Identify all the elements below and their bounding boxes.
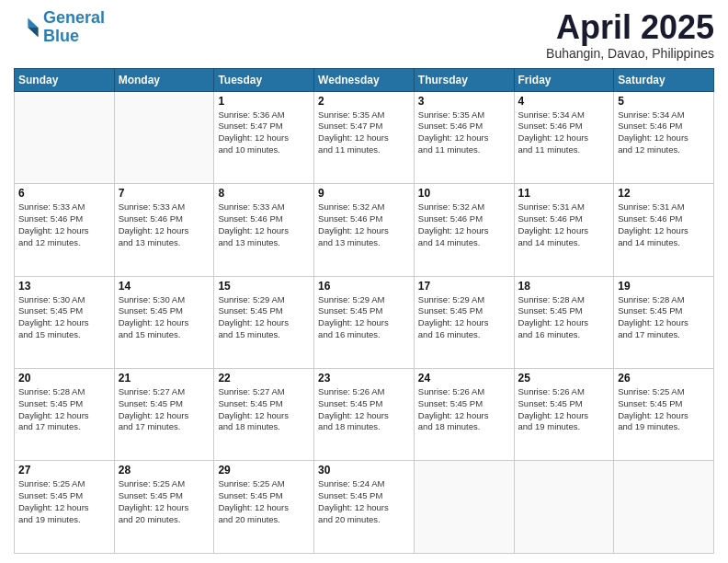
day-info: Sunrise: 5:28 AM Sunset: 5:45 PM Dayligh… — [18, 386, 110, 433]
day-number: 28 — [119, 464, 210, 477]
day-info: Sunrise: 5:31 AM Sunset: 5:46 PM Dayligh… — [618, 201, 710, 248]
table-row: 29Sunrise: 5:25 AM Sunset: 5:45 PM Dayli… — [214, 461, 314, 554]
col-sunday: Sunday — [15, 68, 115, 91]
header: General Blue April 2025 Buhangin, Davao,… — [14, 9, 714, 61]
day-info: Sunrise: 5:27 AM Sunset: 5:45 PM Dayligh… — [119, 386, 210, 433]
day-number: 16 — [318, 280, 410, 293]
calendar-week-row: 27Sunrise: 5:25 AM Sunset: 5:45 PM Dayli… — [15, 461, 714, 554]
day-info: Sunrise: 5:32 AM Sunset: 5:46 PM Dayligh… — [418, 201, 510, 248]
day-number: 27 — [18, 464, 110, 477]
col-friday: Friday — [514, 68, 614, 91]
table-row: 21Sunrise: 5:27 AM Sunset: 5:45 PM Dayli… — [114, 369, 214, 461]
logo-line2: Blue — [43, 27, 79, 45]
svg-marker-1 — [28, 28, 38, 38]
day-number: 19 — [618, 280, 710, 293]
location: Buhangin, Davao, Philippines — [546, 46, 714, 61]
day-info: Sunrise: 5:36 AM Sunset: 5:47 PM Dayligh… — [218, 109, 310, 156]
day-info: Sunrise: 5:25 AM Sunset: 5:45 PM Dayligh… — [119, 478, 210, 525]
calendar-week-row: 20Sunrise: 5:28 AM Sunset: 5:45 PM Dayli… — [15, 369, 714, 461]
table-row: 7Sunrise: 5:33 AM Sunset: 5:46 PM Daylig… — [114, 184, 214, 276]
table-row: 13Sunrise: 5:30 AM Sunset: 5:45 PM Dayli… — [15, 276, 115, 368]
day-number: 5 — [618, 95, 710, 108]
day-number: 13 — [18, 280, 110, 293]
day-info: Sunrise: 5:32 AM Sunset: 5:46 PM Dayligh… — [318, 201, 410, 248]
table-row: 5Sunrise: 5:34 AM Sunset: 5:46 PM Daylig… — [614, 91, 714, 183]
calendar-week-row: 13Sunrise: 5:30 AM Sunset: 5:45 PM Dayli… — [15, 276, 714, 368]
day-info: Sunrise: 5:33 AM Sunset: 5:46 PM Dayligh… — [119, 201, 210, 248]
table-row — [514, 461, 614, 554]
day-number: 2 — [318, 95, 410, 108]
day-info: Sunrise: 5:25 AM Sunset: 5:45 PM Dayligh… — [18, 478, 110, 525]
day-info: Sunrise: 5:29 AM Sunset: 5:45 PM Dayligh… — [318, 294, 410, 341]
table-row: 20Sunrise: 5:28 AM Sunset: 5:45 PM Dayli… — [15, 369, 115, 461]
logo-line1: General — [43, 8, 105, 27]
day-info: Sunrise: 5:28 AM Sunset: 5:45 PM Dayligh… — [518, 294, 610, 341]
day-number: 7 — [119, 187, 210, 200]
day-info: Sunrise: 5:34 AM Sunset: 5:46 PM Dayligh… — [618, 109, 710, 156]
day-info: Sunrise: 5:30 AM Sunset: 5:45 PM Dayligh… — [119, 294, 210, 341]
day-info: Sunrise: 5:29 AM Sunset: 5:45 PM Dayligh… — [418, 294, 510, 341]
day-number: 21 — [119, 372, 210, 385]
calendar-week-row: 6Sunrise: 5:33 AM Sunset: 5:46 PM Daylig… — [15, 184, 714, 276]
table-row: 17Sunrise: 5:29 AM Sunset: 5:45 PM Dayli… — [414, 276, 514, 368]
page: General Blue April 2025 Buhangin, Davao,… — [0, 0, 728, 563]
day-info: Sunrise: 5:29 AM Sunset: 5:45 PM Dayligh… — [218, 294, 310, 341]
table-row: 24Sunrise: 5:26 AM Sunset: 5:45 PM Dayli… — [414, 369, 514, 461]
day-number: 24 — [418, 372, 510, 385]
day-info: Sunrise: 5:28 AM Sunset: 5:45 PM Dayligh… — [618, 294, 710, 341]
col-wednesday: Wednesday — [314, 68, 415, 91]
table-row — [414, 461, 514, 554]
day-info: Sunrise: 5:31 AM Sunset: 5:46 PM Dayligh… — [518, 201, 610, 248]
day-info: Sunrise: 5:34 AM Sunset: 5:46 PM Dayligh… — [518, 109, 610, 156]
table-row: 12Sunrise: 5:31 AM Sunset: 5:46 PM Dayli… — [614, 184, 714, 276]
day-number: 8 — [218, 187, 310, 200]
table-row: 28Sunrise: 5:25 AM Sunset: 5:45 PM Dayli… — [114, 461, 214, 554]
table-row: 30Sunrise: 5:24 AM Sunset: 5:45 PM Dayli… — [314, 461, 415, 554]
table-row: 16Sunrise: 5:29 AM Sunset: 5:45 PM Dayli… — [314, 276, 415, 368]
table-row: 26Sunrise: 5:25 AM Sunset: 5:45 PM Dayli… — [614, 369, 714, 461]
day-number: 15 — [218, 280, 310, 293]
logo: General Blue — [14, 9, 105, 46]
table-row: 27Sunrise: 5:25 AM Sunset: 5:45 PM Dayli… — [15, 461, 115, 554]
table-row: 10Sunrise: 5:32 AM Sunset: 5:46 PM Dayli… — [414, 184, 514, 276]
table-row: 11Sunrise: 5:31 AM Sunset: 5:46 PM Dayli… — [514, 184, 614, 276]
svg-marker-0 — [28, 17, 38, 28]
day-number: 26 — [618, 372, 710, 385]
day-number: 14 — [119, 280, 210, 293]
table-row: 25Sunrise: 5:26 AM Sunset: 5:45 PM Dayli… — [514, 369, 614, 461]
table-row: 8Sunrise: 5:33 AM Sunset: 5:46 PM Daylig… — [214, 184, 314, 276]
day-info: Sunrise: 5:25 AM Sunset: 5:45 PM Dayligh… — [618, 386, 710, 433]
table-row — [614, 461, 714, 554]
calendar-week-row: 1Sunrise: 5:36 AM Sunset: 5:47 PM Daylig… — [15, 91, 714, 183]
day-info: Sunrise: 5:35 AM Sunset: 5:46 PM Dayligh… — [418, 109, 510, 156]
table-row: 2Sunrise: 5:35 AM Sunset: 5:47 PM Daylig… — [314, 91, 415, 183]
day-number: 3 — [418, 95, 510, 108]
col-monday: Monday — [114, 68, 214, 91]
table-row: 6Sunrise: 5:33 AM Sunset: 5:46 PM Daylig… — [15, 184, 115, 276]
table-row — [114, 91, 214, 183]
table-row: 19Sunrise: 5:28 AM Sunset: 5:45 PM Dayli… — [614, 276, 714, 368]
day-number: 9 — [318, 187, 410, 200]
table-row: 15Sunrise: 5:29 AM Sunset: 5:45 PM Dayli… — [214, 276, 314, 368]
table-row: 14Sunrise: 5:30 AM Sunset: 5:45 PM Dayli… — [114, 276, 214, 368]
day-info: Sunrise: 5:33 AM Sunset: 5:46 PM Dayligh… — [218, 201, 310, 248]
day-number: 20 — [18, 372, 110, 385]
day-number: 6 — [18, 187, 110, 200]
day-number: 18 — [518, 280, 610, 293]
title-block: April 2025 Buhangin, Davao, Philippines — [546, 9, 714, 61]
day-number: 25 — [518, 372, 610, 385]
day-number: 23 — [318, 372, 410, 385]
month-title: April 2025 — [546, 9, 714, 46]
day-info: Sunrise: 5:30 AM Sunset: 5:45 PM Dayligh… — [18, 294, 110, 341]
logo-icon — [14, 15, 40, 40]
day-info: Sunrise: 5:33 AM Sunset: 5:46 PM Dayligh… — [18, 201, 110, 248]
day-number: 17 — [418, 280, 510, 293]
day-number: 29 — [218, 464, 310, 477]
day-info: Sunrise: 5:26 AM Sunset: 5:45 PM Dayligh… — [318, 386, 410, 433]
calendar-header-row: Sunday Monday Tuesday Wednesday Thursday… — [15, 68, 714, 91]
day-info: Sunrise: 5:25 AM Sunset: 5:45 PM Dayligh… — [218, 478, 310, 525]
table-row — [15, 91, 115, 183]
day-info: Sunrise: 5:26 AM Sunset: 5:45 PM Dayligh… — [518, 386, 610, 433]
day-info: Sunrise: 5:26 AM Sunset: 5:45 PM Dayligh… — [418, 386, 510, 433]
day-number: 10 — [418, 187, 510, 200]
